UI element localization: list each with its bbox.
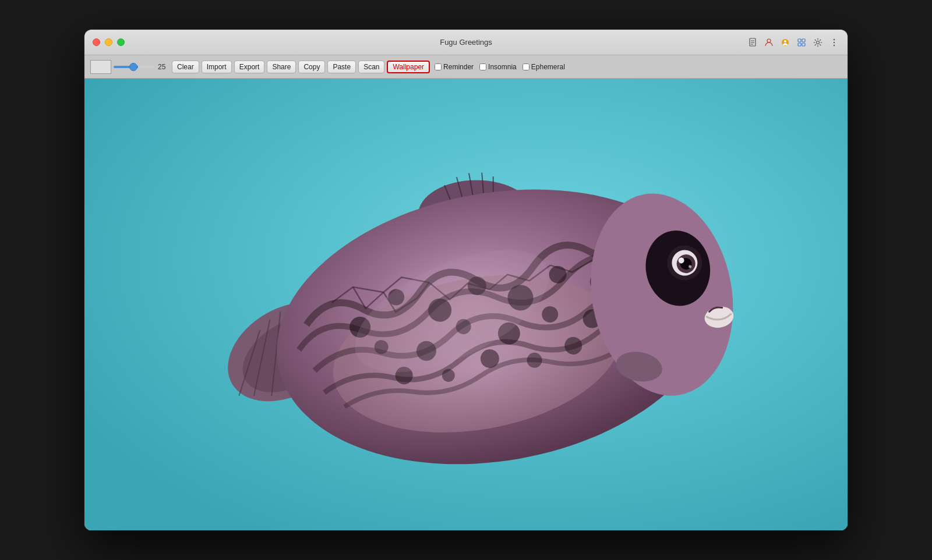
- minimize-button[interactable]: [105, 38, 112, 46]
- insomnia-checkbox[interactable]: [479, 63, 486, 70]
- svg-rect-10: [802, 43, 805, 46]
- insomnia-label: Insomnia: [488, 63, 517, 71]
- slider-container: 25: [114, 63, 170, 71]
- wallpaper-button[interactable]: Wallpaper: [387, 61, 430, 73]
- scan-button[interactable]: Scan: [358, 61, 384, 73]
- toolbar: 25 Clear Import Export Share Copy Paste …: [84, 55, 848, 79]
- reminder-checkbox-label[interactable]: Reminder: [435, 63, 474, 71]
- traffic-lights: [93, 38, 125, 46]
- main-canvas[interactable]: [84, 79, 848, 530]
- user-icon[interactable]: [764, 37, 774, 48]
- svg-point-12: [834, 38, 835, 40]
- clear-button[interactable]: Clear: [172, 61, 199, 73]
- fish-background: [84, 79, 848, 530]
- settings-icon[interactable]: [813, 37, 823, 48]
- insomnia-checkbox-label[interactable]: Insomnia: [479, 63, 517, 71]
- new-document-icon[interactable]: [747, 37, 758, 48]
- maximize-button[interactable]: [117, 38, 125, 46]
- ephemeral-checkbox-label[interactable]: Ephemeral: [523, 63, 565, 71]
- ephemeral-checkbox[interactable]: [523, 63, 529, 70]
- brush-size-value: 25: [158, 63, 170, 71]
- svg-rect-7: [798, 39, 801, 42]
- import-button[interactable]: Import: [202, 61, 232, 73]
- export-button[interactable]: Export: [234, 61, 265, 73]
- share-button[interactable]: Share: [267, 61, 296, 73]
- svg-rect-9: [798, 43, 801, 46]
- puzzle-icon[interactable]: [796, 37, 807, 48]
- svg-point-13: [834, 41, 835, 42]
- window-title: Fugu Greetings: [440, 38, 492, 47]
- svg-rect-8: [802, 39, 805, 42]
- paste-button[interactable]: Paste: [327, 61, 356, 73]
- more-icon[interactable]: [829, 37, 839, 48]
- reminder-checkbox[interactable]: [435, 63, 442, 70]
- checkbox-group: Reminder Insomnia Ephemeral: [435, 63, 565, 71]
- copy-button[interactable]: Copy: [298, 61, 325, 73]
- fish-illustration: [84, 79, 848, 530]
- svg-point-14: [834, 44, 835, 45]
- svg-point-4: [767, 39, 771, 42]
- profile-icon[interactable]: [780, 37, 790, 48]
- titlebar: Fugu Greetings: [84, 30, 848, 55]
- brush-size-slider[interactable]: [114, 66, 154, 68]
- app-window: Fugu Greetings: [84, 30, 848, 530]
- reminder-label: Reminder: [443, 63, 474, 71]
- svg-point-11: [817, 41, 820, 44]
- svg-point-6: [784, 40, 786, 42]
- color-preview[interactable]: [90, 60, 111, 74]
- ephemeral-label: Ephemeral: [531, 63, 565, 71]
- titlebar-actions: [747, 37, 839, 48]
- close-button[interactable]: [93, 38, 100, 46]
